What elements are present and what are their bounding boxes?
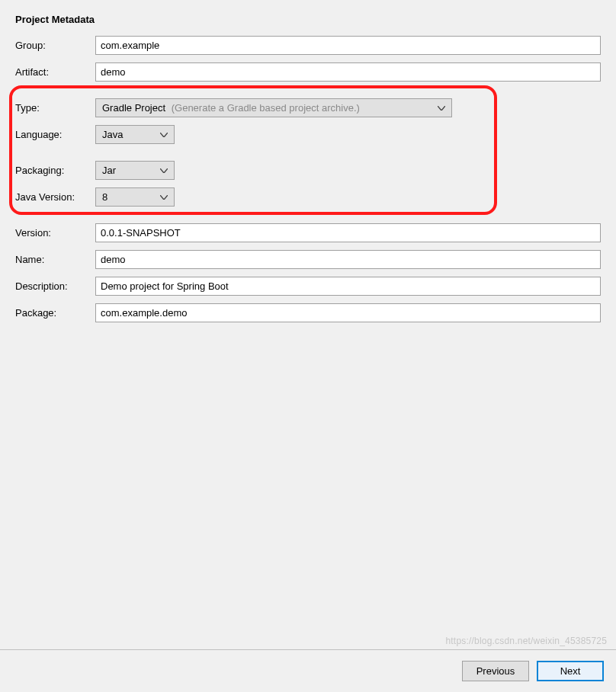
input-name[interactable] — [95, 250, 601, 269]
combo-language-value: Java — [102, 129, 159, 140]
combo-type[interactable]: Gradle Project (Generate a Gradle based … — [95, 98, 452, 117]
watermark-text: https://blog.csdn.net/weixin_45385725 — [445, 636, 607, 646]
row-package: Package: — [15, 303, 601, 322]
input-version[interactable] — [95, 223, 601, 242]
previous-button[interactable]: Previous — [462, 661, 529, 681]
chevron-down-icon — [159, 133, 169, 137]
input-description[interactable] — [95, 277, 601, 296]
row-group: Group: — [15, 36, 601, 55]
chevron-down-icon — [159, 195, 169, 200]
label-language: Language: — [15, 129, 95, 140]
combo-language[interactable]: Java — [95, 125, 175, 144]
row-java-version: Java Version: 8 — [15, 187, 601, 207]
input-package[interactable] — [95, 303, 601, 322]
label-group: Group: — [15, 40, 95, 51]
combo-type-hint: (Generate a Gradle based project archive… — [172, 102, 360, 114]
label-type: Type: — [15, 102, 95, 114]
row-description: Description: — [15, 277, 601, 296]
row-language: Language: Java — [15, 125, 601, 144]
chevron-down-icon — [436, 106, 447, 111]
label-version: Version: — [15, 227, 95, 239]
row-type: Type: Gradle Project (Generate a Gradle … — [15, 98, 601, 117]
next-button[interactable]: Next — [537, 661, 604, 681]
label-package: Package: — [15, 307, 95, 319]
input-group[interactable] — [95, 36, 601, 55]
row-packaging: Packaging: Jar — [15, 161, 601, 180]
combo-type-value: Gradle Project — [102, 102, 165, 114]
row-version: Version: — [15, 223, 601, 242]
combo-packaging[interactable]: Jar — [95, 161, 175, 180]
row-name: Name: — [15, 250, 601, 269]
input-artifact[interactable] — [95, 62, 601, 82]
chevron-down-icon — [159, 168, 169, 173]
section-title: Project Metadata — [15, 14, 601, 25]
footer-bar: Previous Next — [0, 649, 616, 692]
label-packaging: Packaging: — [15, 165, 95, 176]
combo-java-version-value: 8 — [102, 191, 159, 203]
label-java-version: Java Version: — [15, 191, 95, 203]
combo-java-version[interactable]: 8 — [95, 187, 175, 207]
row-artifact: Artifact: — [15, 62, 601, 82]
label-name: Name: — [15, 254, 95, 265]
label-artifact: Artifact: — [15, 66, 95, 78]
label-description: Description: — [15, 280, 95, 292]
combo-packaging-value: Jar — [102, 165, 159, 176]
